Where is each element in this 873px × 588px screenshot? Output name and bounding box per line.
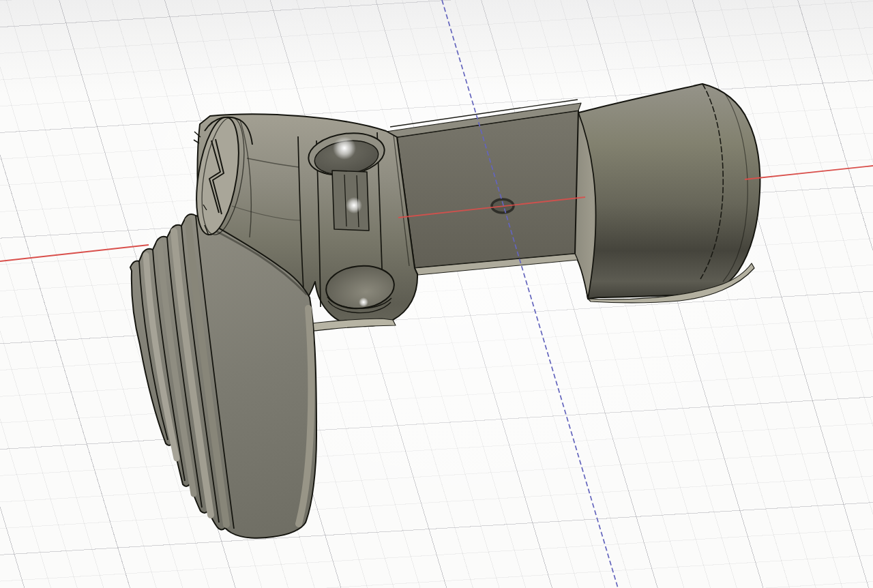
specular-highlight	[333, 136, 356, 160]
model-canvas[interactable]	[0, 0, 873, 588]
specular-highlight-2	[346, 197, 362, 214]
model-part[interactable]	[130, 84, 760, 538]
cad-viewport[interactable]	[0, 0, 873, 588]
right-cylinder	[576, 84, 760, 303]
flat-milled-face	[386, 100, 581, 275]
